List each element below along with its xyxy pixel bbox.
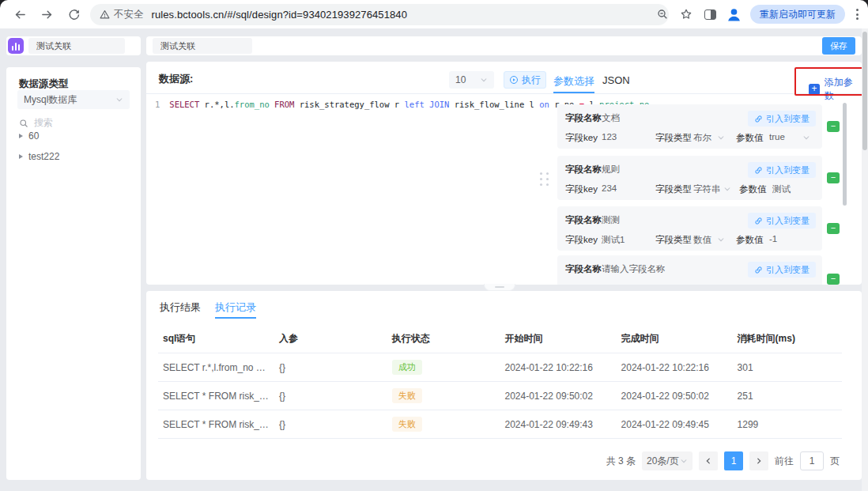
tab-exec-history[interactable]: 执行记录 [215, 300, 256, 315]
security-label: 不安全 [114, 8, 144, 21]
add-param-button[interactable]: + 添加参数 [809, 76, 862, 103]
chevron-down-icon [680, 457, 688, 465]
browser-toolbar: 不安全 rules.bctools.cn/#/sql/design?id=934… [0, 0, 868, 28]
zoom-search-icon[interactable] [655, 6, 670, 22]
field-key-input[interactable]: 测试1 [602, 234, 625, 246]
datasource-sidebar: 数据源类型 Mysql数据库 搜索 60 test222 [6, 67, 141, 480]
chevron-down-icon [717, 236, 725, 244]
status-badge: 成功 [392, 360, 422, 375]
table-row[interactable]: SELECT r.*,l.from_no FROM r... {} 成功 202… [158, 353, 842, 382]
field-name-input[interactable]: 文档 [602, 112, 620, 124]
app-header-main: 测试关联 保存 [146, 36, 862, 55]
param-card-empty: 字段名称 请输入字段名称 引入到变量 [557, 255, 822, 285]
app-logo-icon[interactable] [8, 38, 24, 54]
next-page-button[interactable] [749, 451, 768, 470]
scrollbar-thumb[interactable] [862, 32, 867, 150]
remove-param-button[interactable]: − [827, 172, 840, 183]
field-type-select[interactable]: 布尔 [693, 132, 711, 144]
goto-page-input[interactable]: 1 [800, 451, 824, 470]
prev-page-button[interactable] [699, 451, 718, 470]
bookmark-star-icon[interactable] [678, 6, 694, 22]
page-tab-label: 测试关联 [160, 40, 195, 52]
divider [146, 93, 862, 94]
site-security-chip[interactable]: 不安全 [100, 8, 152, 21]
browser-menu-icon[interactable] [853, 9, 862, 20]
page-number-1[interactable]: 1 [724, 451, 743, 470]
field-type-label: 字段类型 [655, 132, 692, 144]
remove-param-button[interactable]: − [827, 121, 840, 132]
cell-start: 2024-01-22 10:22:16 [500, 353, 616, 382]
tab-exec-result[interactable]: 执行结果 [160, 300, 201, 315]
reload-icon[interactable] [63, 4, 84, 25]
cell-status: 失败 [387, 410, 500, 439]
row-limit-select[interactable]: 10 [449, 71, 494, 89]
tree-expand-icon[interactable] [19, 154, 23, 159]
remove-param-button[interactable]: − [827, 223, 840, 234]
param-value-label: 参数值 [736, 234, 764, 246]
tree-item-test222[interactable]: test222 [19, 151, 59, 162]
table-search-input[interactable]: 搜索 [19, 116, 53, 130]
tab-json[interactable]: JSON [602, 74, 630, 86]
page-size-select[interactable]: 20条/页 [642, 451, 693, 470]
remove-param-button[interactable]: − [827, 274, 840, 285]
browser-actions: 重新启动即可更新 [655, 0, 862, 28]
col-status: 执行状态 [387, 326, 500, 353]
param-value-label: 参数值 [739, 183, 767, 195]
datasource-label: 数据源: [159, 72, 193, 86]
cell-start: 2024-01-22 09:49:43 [500, 410, 616, 439]
chrome-update-button[interactable]: 重新启动即可更新 [750, 5, 845, 24]
cell-status: 成功 [387, 353, 500, 382]
forward-icon[interactable] [36, 4, 57, 25]
cell-params: {} [274, 410, 387, 439]
page-scrollbar[interactable] [862, 28, 868, 491]
back-icon[interactable] [9, 4, 30, 25]
field-name-label: 字段名称 [565, 164, 602, 176]
execute-button[interactable]: 执行 [504, 71, 546, 89]
import-to-variable-button[interactable]: 引入到变量 [748, 111, 816, 127]
profile-avatar-icon[interactable] [726, 6, 742, 23]
goto-prefix: 前往 [775, 455, 794, 468]
params-scrollbar[interactable] [843, 101, 847, 277]
link-icon [754, 266, 763, 274]
cell-sql: SELECT * FROM risk_strateg... [158, 382, 274, 410]
field-type-select[interactable]: 数值 [693, 234, 711, 246]
cell-end: 2024-01-22 10:22:16 [617, 353, 733, 382]
active-tab-underline [553, 92, 594, 93]
cell-end: 2024-01-22 09:50:02 [617, 382, 733, 410]
param-value-input[interactable]: -1 [769, 234, 777, 244]
field-type-select[interactable]: 字符串 [693, 183, 721, 195]
import-to-variable-button[interactable]: 引入到变量 [748, 262, 816, 278]
import-to-variable-button[interactable]: 引入到变量 [748, 213, 816, 229]
cell-cost: 301 [733, 353, 842, 382]
tab-param-select[interactable]: 参数选择 [553, 74, 594, 89]
table-row[interactable]: SELECT * FROM risk_strateg... {} 失败 2024… [158, 382, 842, 410]
workspace-tab[interactable]: 测试关联 [28, 38, 125, 54]
url-bar[interactable]: 不安全 rules.bctools.cn/#/sql/design?id=934… [90, 4, 669, 25]
field-key-input[interactable]: 123 [602, 132, 617, 142]
active-tab-underline [215, 317, 256, 319]
table-row[interactable]: SELECT * FROM risk_strateg... {} 失败 2024… [158, 410, 842, 439]
panel-collapse-handle[interactable] [484, 284, 515, 291]
tree-item-60[interactable]: 60 [19, 130, 39, 142]
import-to-variable-button[interactable]: 引入到变量 [748, 162, 816, 178]
field-type-label: 字段类型 [655, 183, 692, 195]
param-value-select[interactable]: true [769, 132, 785, 142]
param-value-input[interactable]: 测试 [772, 183, 791, 195]
field-name-input[interactable]: 测测 [602, 214, 620, 226]
save-button[interactable]: 保存 [822, 37, 855, 55]
import-label: 引入到变量 [766, 113, 810, 125]
datasource-type-select[interactable]: Mysql数据库 [17, 90, 130, 109]
page-tab[interactable]: 测试关联 [153, 38, 252, 54]
status-badge: 失败 [392, 417, 422, 432]
field-name-input[interactable]: 规则 [602, 164, 620, 176]
chrome-update-label: 重新启动即可更新 [760, 8, 836, 21]
panel-resize-handle[interactable] [540, 172, 549, 186]
field-key-input[interactable]: 234 [602, 183, 617, 193]
tree-expand-icon[interactable] [19, 134, 23, 138]
scrollbar-thumb[interactable] [843, 103, 847, 206]
field-name-input[interactable]: 请输入字段名称 [602, 263, 666, 275]
url-text[interactable]: rules.bctools.cn/#/sql/design?id=9340219… [152, 9, 408, 21]
param-card: 字段名称 规则 引入到变量 字段key 234 字段类型 字符串 参数值 测试 [557, 156, 822, 200]
side-panel-icon[interactable] [702, 6, 718, 22]
line-number: 1 [155, 100, 160, 109]
